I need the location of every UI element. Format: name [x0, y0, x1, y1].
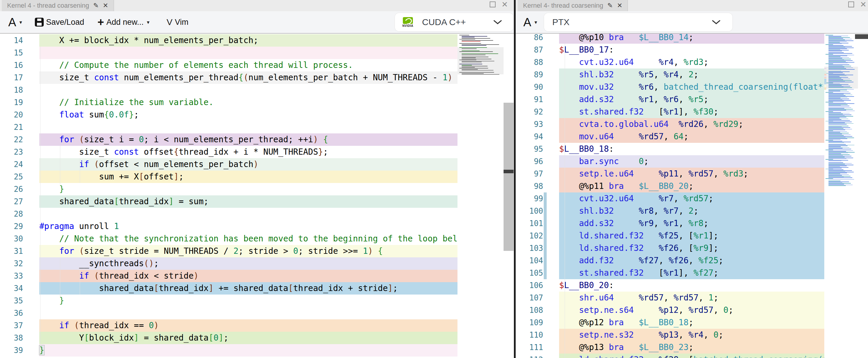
code-text: add.s32 %r1, %r6, %r5; [559, 93, 709, 106]
code-line[interactable]: 20 float sum{0.0f}; [0, 108, 458, 121]
code-line[interactable]: 37 if (thread_idx == 0) [0, 319, 458, 332]
close-pane-icon[interactable]: ✕ [860, 1, 867, 7]
code-text: setp.ne.s64 %p12, %rd57, 0; [559, 304, 733, 316]
line-number: 17 [0, 71, 23, 84]
vertical-scrollbar[interactable] [503, 34, 514, 358]
caret-down-icon: ▼ [19, 20, 23, 25]
code-line[interactable]: 95$L__BB0_18: [516, 143, 824, 155]
code-line[interactable]: 34 shared_data[thread_idx] += shared_dat… [0, 282, 458, 295]
scrollbar-thumb[interactable] [855, 34, 868, 39]
code-line[interactable]: 101 add.s32 %r9, %r1, %r8; [516, 217, 824, 230]
add-new-button[interactable]: + Add new... ▼ [97, 11, 150, 33]
plus-icon: + [97, 17, 104, 28]
minimap[interactable] [458, 34, 503, 358]
code-line[interactable]: 28 [0, 208, 458, 220]
save-icon [35, 18, 44, 27]
minimap[interactable] [824, 34, 858, 358]
code-line[interactable]: 90 mov.u32 %r6, batched_thread_coarsenin… [516, 81, 824, 93]
vertical-scrollbar[interactable] [858, 34, 868, 358]
code-line[interactable]: 105 st.shared.f32 [%r1], %f27; [516, 267, 824, 279]
code-line[interactable]: 38 Y[block_idx] = shared_data[0]; [0, 332, 458, 344]
line-number: 95 [516, 143, 543, 155]
close-pane-icon[interactable]: ✕ [501, 1, 508, 7]
code-line[interactable]: 23 size_t const offset{thread_idx + i * … [0, 146, 458, 158]
code-line[interactable]: 25 sum += X[offset]; [0, 171, 458, 183]
code-line[interactable]: 30 // Note that the synchronization has … [0, 233, 458, 245]
format-picker-dropdown[interactable]: PTX [544, 13, 733, 31]
code-line[interactable]: 24 if (offset < num_elements_per_batch) [0, 158, 458, 171]
code-line[interactable]: 87$L__BB0_17: [516, 44, 824, 56]
code-line[interactable]: 109 @%p12 bra $L__BB0_18; [516, 316, 824, 329]
code-line[interactable]: 112 ld.shared.f32 %f28, [batched_thread_… [516, 354, 824, 358]
code-line[interactable]: 21 [0, 121, 458, 133]
vim-toggle-button[interactable]: V Vim [166, 11, 188, 33]
code-line[interactable]: 110 setp.ne.s32 %p13, %r4, 0; [516, 329, 824, 341]
code-line[interactable]: 14 X += block_idx * num_elements_per_bat… [0, 34, 458, 46]
format-picker-value: PTX [552, 17, 569, 27]
code-line[interactable]: 98 @%p11 bra $L__BB0_20; [516, 180, 824, 192]
code-line[interactable]: 107 shr.u64 %rd57, %rd57, 1; [516, 292, 824, 304]
code-line[interactable]: 104 add.f32 %f27, %f26, %f25; [516, 254, 824, 267]
code-line[interactable]: 103 ld.shared.f32 %f26, [%r9]; [516, 242, 824, 254]
code-line[interactable]: 35 } [0, 295, 458, 307]
tab-assembly-kernel[interactable]: Kernel 4- thread coarsening ✎ ✕ [518, 0, 628, 11]
line-number: 92 [516, 106, 543, 118]
code-line[interactable]: 16 // Compute the number of elements eac… [0, 59, 458, 71]
code-line[interactable]: 97 setp.le.u64 %p11, %rd57, %rd3; [516, 168, 824, 180]
code-line[interactable]: 15 [0, 46, 458, 59]
code-text: @%p12 bra $L__BB0_18; [559, 316, 693, 329]
tab-source-kernel[interactable]: Kernel 4 - thread coarsening ✎ ✕ [2, 0, 114, 11]
code-line[interactable]: 31 for (size_t stride = NUM_THREADS / 2;… [0, 245, 458, 257]
code-line[interactable]: 100 shl.b32 %r8, %r7, 2; [516, 205, 824, 217]
code-line[interactable]: 88 cvt.u32.u64 %r4, %rd3; [516, 56, 824, 68]
code-line[interactable]: 39} [0, 344, 458, 357]
code-text: setp.le.u64 %p11, %rd57, %rd3; [559, 168, 748, 180]
code-line[interactable]: 92 st.shared.f32 [%r1], %f30; [516, 106, 824, 118]
line-number: 102 [516, 230, 543, 242]
code-text: @%p11 bra $L__BB0_20; [559, 180, 693, 192]
code-text: X += block_idx * num_elements_per_batch; [39, 34, 258, 46]
code-text: #pragma unroll 1 [39, 220, 119, 233]
code-line[interactable]: 102 ld.shared.f32 %f25, [%r1]; [516, 230, 824, 242]
code-line[interactable]: 32 __syncthreads(); [0, 257, 458, 270]
code-line[interactable]: 33 if (thread_idx < stride) [0, 270, 458, 282]
code-line[interactable]: 108 setp.ne.s64 %p12, %rd57, 0; [516, 304, 824, 316]
assembly-code-editor[interactable]: 86 @%p10 bra $L__BB0_14;87$L__BB0_17:88 … [516, 34, 868, 358]
line-number: 38 [0, 332, 23, 344]
close-icon[interactable]: ✕ [103, 2, 108, 9]
code-line[interactable]: 22 for (size_t i = 0; i < num_elements_p… [0, 133, 458, 146]
line-number: 36 [0, 307, 23, 319]
line-number: 35 [0, 295, 23, 307]
edit-icon[interactable]: ✎ [608, 2, 613, 9]
close-icon[interactable]: ✕ [617, 2, 622, 9]
save-load-button[interactable]: Save/Load [35, 11, 84, 33]
font-size-button[interactable]: A ▼ [523, 11, 538, 33]
edit-icon[interactable]: ✎ [93, 2, 99, 9]
code-line[interactable]: 19 // Initialize the sum variable. [0, 96, 458, 108]
code-line[interactable]: 111 @%p13 bra $L__BB0_23; [516, 341, 824, 354]
code-line[interactable]: 17 size_t const num_elements_per_thread{… [0, 71, 458, 84]
code-line[interactable]: 91 add.s32 %r1, %r6, %r5; [516, 93, 824, 106]
maximize-icon[interactable] [848, 1, 854, 7]
code-line[interactable]: 89 shl.b32 %r5, %r4, 2; [516, 68, 824, 81]
code-text: add.s32 %r9, %r1, %r8; [559, 217, 709, 230]
code-line[interactable]: 86 @%p10 bra $L__BB0_14; [516, 34, 824, 44]
code-line[interactable]: 106$L__BB0_20: [516, 279, 824, 292]
code-line[interactable]: 93 cvta.to.global.u64 %rd26, %rd29; [516, 118, 824, 130]
code-text: mov.u32 %r6, batched_thread_coarsening(f… [559, 81, 824, 93]
code-line[interactable]: 36 [0, 307, 458, 319]
code-line[interactable]: 96 bar.sync 0; [516, 155, 824, 168]
line-number: 26 [0, 183, 23, 195]
scrollbar-thumb[interactable] [503, 103, 514, 251]
language-picker-dropdown[interactable]: NVIDIA CUDA C++ [395, 13, 513, 31]
code-line[interactable]: 29#pragma unroll 1 [0, 220, 458, 233]
source-code-editor[interactable]: 14 X += block_idx * num_elements_per_bat… [0, 34, 514, 358]
code-line[interactable]: 18 [0, 84, 458, 96]
line-number: 30 [0, 233, 23, 245]
code-line[interactable]: 94 mov.u64 %rd57, 64; [516, 130, 824, 143]
code-line[interactable]: 26 } [0, 183, 458, 195]
code-line[interactable]: 99 cvt.u32.u64 %r7, %rd57; [516, 192, 824, 205]
maximize-icon[interactable] [490, 1, 496, 7]
font-size-button[interactable]: A ▼ [8, 11, 23, 33]
code-line[interactable]: 27 shared_data[thread_idx] = sum; [0, 195, 458, 208]
